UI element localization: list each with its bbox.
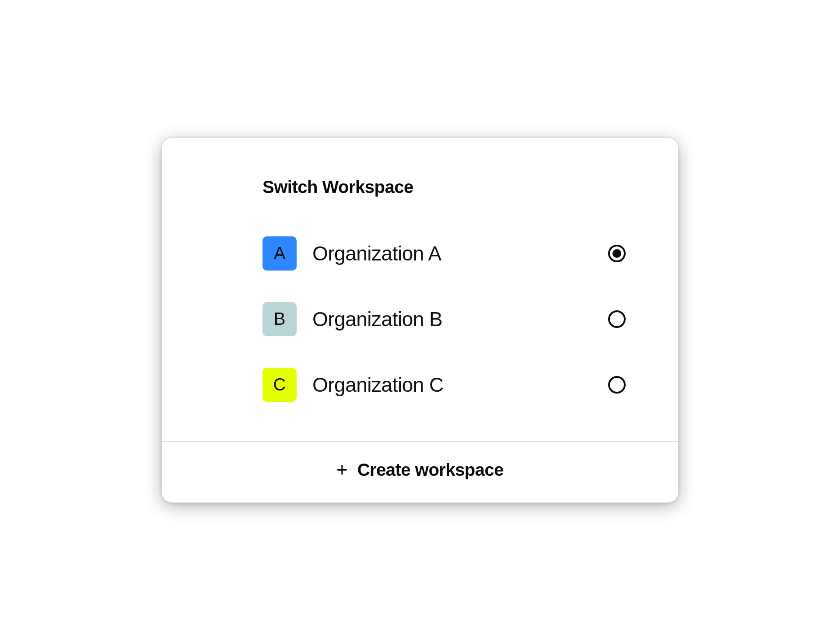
radio-unselected-icon[interactable] (608, 310, 626, 328)
create-workspace-button[interactable]: + Create workspace (162, 442, 678, 503)
workspace-item-c[interactable]: C Organization C (262, 368, 630, 402)
workspace-item-b[interactable]: B Organization B (262, 302, 630, 336)
workspace-name: Organization C (312, 373, 608, 397)
workspace-item-a[interactable]: A Organization A (262, 236, 630, 271)
radio-unselected-icon[interactable] (608, 376, 626, 394)
radio-selected-icon[interactable] (608, 245, 626, 262)
radio-dot-icon (612, 249, 621, 258)
workspace-name: Organization B (312, 307, 608, 331)
card-title: Switch Workspace (262, 177, 630, 197)
switch-workspace-card: Switch Workspace A Organization A B Orga… (162, 138, 678, 503)
create-workspace-label: Create workspace (357, 460, 504, 480)
workspace-avatar: B (262, 302, 297, 336)
card-body: Switch Workspace A Organization A B Orga… (162, 138, 678, 402)
workspace-avatar: A (262, 236, 297, 271)
workspace-name: Organization A (312, 242, 608, 265)
workspace-avatar: C (262, 368, 297, 402)
plus-icon: + (336, 460, 348, 479)
workspace-list: A Organization A B Organization B C Orga… (262, 236, 630, 402)
